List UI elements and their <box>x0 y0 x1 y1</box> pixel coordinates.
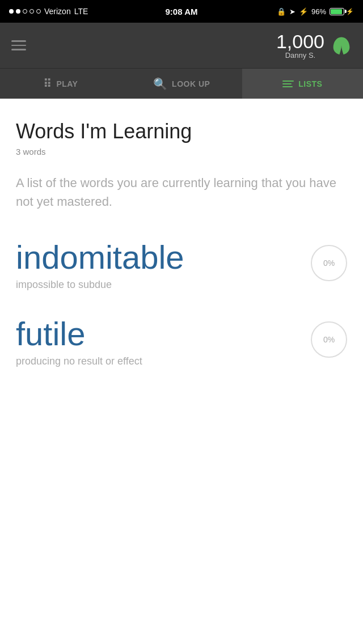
search-icon: 🔍 <box>153 77 168 91</box>
progress-text: 0% <box>323 259 335 268</box>
list-icon-line-1 <box>282 80 294 82</box>
score-number: 1,000 <box>276 32 324 51</box>
header-right: 1,000 Danny S. <box>276 32 352 60</box>
main-content: Words I'm Learning 3 words A list of the… <box>0 99 363 415</box>
tab-lists-label: LISTS <box>298 79 322 88</box>
carrier-label: Verizon <box>44 7 71 16</box>
lists-icon <box>282 80 294 87</box>
word-item[interactable]: futile producing no result or effect 0% <box>16 316 347 367</box>
username-label: Danny S. <box>276 51 324 60</box>
menu-button[interactable] <box>11 40 26 50</box>
tab-play[interactable]: ⠿ PLAY <box>0 69 121 99</box>
lock-icon: 🔒 <box>277 7 286 16</box>
word-text: futile <box>16 316 302 352</box>
list-description: A list of the words you are currently le… <box>16 173 347 211</box>
tab-lookup[interactable]: 🔍 LOOK UP <box>121 69 242 99</box>
word-count: 3 words <box>16 147 347 156</box>
apps-icon: ⠿ <box>43 77 52 91</box>
status-right: 🔒 ➤ ⚡ 96% ⚡ <box>277 7 354 16</box>
battery-fill <box>331 9 342 14</box>
list-icon-line-2 <box>282 83 292 84</box>
progress-circle: 0% <box>311 321 347 358</box>
signal-dot-5 <box>36 9 41 14</box>
progress-text: 0% <box>323 335 335 344</box>
word-text: indomitable <box>16 239 302 276</box>
tab-lookup-label: LOOK UP <box>172 79 210 88</box>
charging-icon: ⚡ <box>346 8 354 15</box>
network-label: LTE <box>74 7 88 16</box>
list-icon-line-3 <box>282 86 293 87</box>
word-definition: impossible to subdue <box>16 279 302 291</box>
progress-circle: 0% <box>311 245 347 281</box>
battery-indicator: ⚡ <box>330 8 354 15</box>
signal-dots <box>9 9 41 14</box>
nav-tabs: ⠿ PLAY 🔍 LOOK UP LISTS <box>0 68 363 99</box>
word-info: futile producing no result or effect <box>16 316 302 367</box>
tab-lists[interactable]: LISTS <box>242 69 363 99</box>
tab-play-label: PLAY <box>56 79 78 88</box>
battery-percent: 96% <box>311 7 326 16</box>
app-header: 1,000 Danny S. <box>0 23 363 68</box>
location-icon: ➤ <box>289 7 296 16</box>
signal-dot-1 <box>9 9 14 14</box>
status-bar: Verizon LTE 9:08 AM 🔒 ➤ ⚡ 96% ⚡ <box>0 0 363 23</box>
page-title: Words I'm Learning <box>16 119 347 143</box>
word-info: indomitable impossible to subdue <box>16 239 302 291</box>
menu-line-2 <box>11 45 26 46</box>
signal-dot-3 <box>23 9 27 14</box>
menu-line-1 <box>11 40 26 42</box>
time-display: 9:08 AM <box>166 7 198 16</box>
leaf-icon <box>331 35 352 56</box>
signal-dot-4 <box>29 9 34 14</box>
battery-icon <box>330 8 344 15</box>
status-left: Verizon LTE <box>9 7 88 16</box>
signal-dot-2 <box>16 9 20 14</box>
word-item[interactable]: indomitable impossible to subdue 0% <box>16 239 347 291</box>
menu-line-3 <box>11 49 26 50</box>
user-score-block: 1,000 Danny S. <box>276 32 324 60</box>
bluetooth-icon: ⚡ <box>299 7 308 16</box>
word-definition: producing no result or effect <box>16 355 302 367</box>
